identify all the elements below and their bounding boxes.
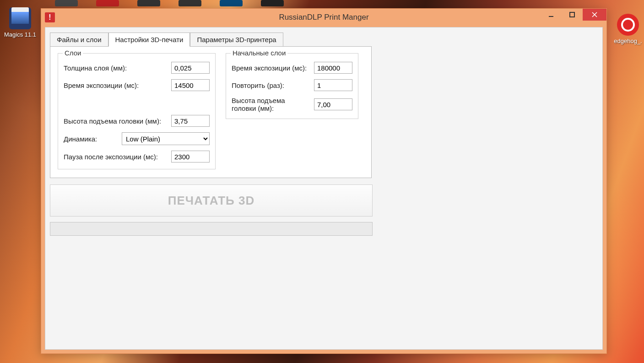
label-layer-thickness: Толщина слоя (мм):	[64, 64, 168, 72]
tab-panel-print-settings: Слои Толщина слоя (мм): Время экспозиции…	[50, 46, 372, 178]
minimize-button[interactable]	[541, 9, 562, 21]
maximize-button[interactable]	[562, 9, 583, 21]
print-3d-button[interactable]: ПЕЧАТАТЬ 3D	[50, 184, 373, 217]
window-title: RussianDLP Print Manger	[41, 13, 606, 22]
desktop-icon-hedgehog[interactable]: edgehog_.	[612, 14, 644, 44]
input-initial-repeat[interactable]	[314, 79, 352, 91]
input-lift-height[interactable]	[171, 115, 210, 127]
label-initial-exposure: Время экспозиции (мс):	[232, 64, 310, 72]
window-controls	[541, 9, 606, 22]
titlebar[interactable]: ! RussianDLP Print Manger	[41, 9, 606, 26]
svg-rect-1	[570, 12, 574, 17]
maximize-icon	[569, 12, 575, 17]
input-pause-after-exposure[interactable]	[171, 151, 210, 163]
input-exposure-time[interactable]	[171, 79, 210, 91]
select-dynamics[interactable]: Low (Plain)	[122, 132, 210, 145]
label-initial-lift: Высота подъема головки (мм):	[232, 97, 310, 112]
group-layers: Слои Толщина слоя (мм): Время экспозиции…	[58, 53, 216, 169]
label-pause-after-exposure: Пауза после экспозиции (мс):	[64, 153, 168, 161]
app-window: ! RussianDLP Print Manger Фай	[41, 8, 607, 354]
hedgehog-icon	[617, 14, 639, 36]
input-layer-thickness[interactable]	[171, 62, 210, 74]
client-area: Файлы и слои Настройки 3D-печати Парамет…	[45, 27, 603, 350]
app-icon: !	[45, 12, 55, 22]
group-title-initial-layers: Начальные слои	[231, 49, 287, 57]
group-title-layers: Слои	[63, 49, 83, 57]
input-initial-lift[interactable]	[314, 98, 352, 110]
group-initial-layers: Начальные слои Время экспозиции (мс): По…	[226, 53, 358, 119]
tab-bar: Файлы и слои Настройки 3D-печати Парамет…	[50, 32, 602, 46]
desktop-icon-magics[interactable]: Magics 11.1	[1, 5, 39, 38]
tab-print-settings[interactable]: Настройки 3D-печати	[108, 33, 190, 47]
svg-rect-0	[549, 16, 553, 17]
desktop-icon-label: edgehog_.	[614, 38, 642, 44]
label-lift-height: Высота подъема головки (мм):	[64, 117, 168, 125]
desktop-top-icons	[46, 0, 607, 8]
label-initial-repeat: Повторить (раз):	[232, 81, 310, 89]
input-initial-exposure[interactable]	[314, 62, 352, 74]
close-icon	[592, 12, 597, 17]
minimize-icon	[548, 12, 554, 17]
tab-printer-params[interactable]: Параметры 3D-принтера	[190, 33, 283, 47]
label-dynamics: Динамика:	[64, 135, 118, 143]
progress-bar	[50, 222, 373, 236]
desktop-icon-label: Magics 11.1	[4, 31, 36, 38]
close-button[interactable]	[583, 9, 606, 21]
tab-files-layers[interactable]: Файлы и слои	[50, 33, 108, 47]
desktop-background: Magics 11.1 edgehog_. ! RussianDLP Print…	[0, 0, 644, 363]
label-exposure-time: Время экспозиции (мс):	[64, 81, 168, 89]
magics-icon	[9, 7, 31, 29]
